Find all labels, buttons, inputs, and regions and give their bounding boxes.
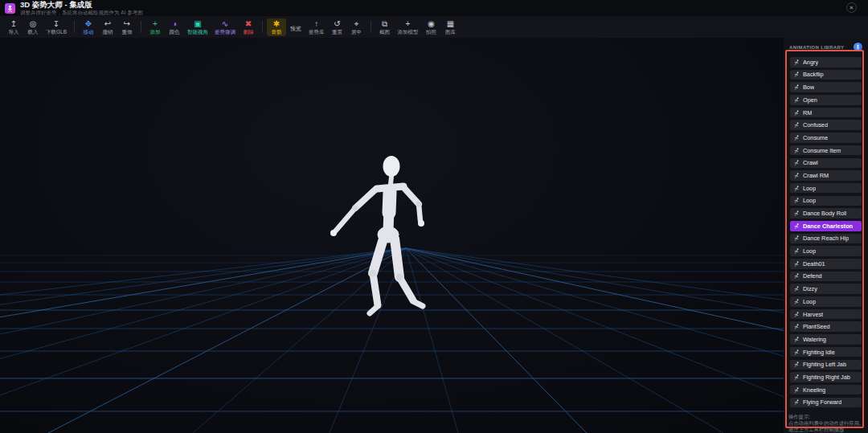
animation-item-label: Dizzy (803, 285, 817, 292)
screenshot-icon: ⧉ (382, 20, 387, 28)
animation-item[interactable]: Loop (790, 296, 862, 307)
animation-item[interactable]: PlantSeed (790, 321, 862, 332)
pose-tune-button[interactable]: ∿姿势微调 (211, 18, 239, 36)
animation-item[interactable]: Backflip (790, 70, 862, 80)
animation-item-label: Open (803, 96, 817, 104)
add-button[interactable]: +添加 (145, 18, 165, 36)
animation-item[interactable]: Loop (790, 246, 862, 256)
download-glb-icon: ↧ (53, 20, 59, 28)
pose-library-label: 姿势库 (309, 29, 325, 35)
animation-item-label: Fighting Idle (803, 349, 835, 356)
photo-button[interactable]: ◉拍照 (422, 18, 441, 36)
animation-item[interactable]: Loop (790, 183, 862, 194)
delete-label: 删除 (244, 29, 254, 35)
animation-item[interactable]: Dance Body Roll (790, 208, 862, 219)
pose-tune-icon: ∿ (222, 20, 228, 28)
animation-item[interactable]: Crawl RM (790, 170, 862, 181)
animation-item[interactable]: Death01 (790, 259, 862, 269)
animation-motion-icon (794, 286, 800, 292)
animation-motion-icon (794, 198, 800, 203)
reset-label: 重置 (332, 29, 342, 35)
download-glb-button[interactable]: ↧下载GLB (43, 18, 70, 36)
preview-button[interactable]: 预览 (286, 21, 305, 33)
animation-item[interactable]: Dance Reach Hip (790, 234, 862, 244)
toolbar-divider (74, 21, 75, 33)
animation-item[interactable]: Consume Item (790, 145, 862, 156)
screenshot-button[interactable]: ⧉截图 (375, 18, 395, 36)
animation-library-title: ANIMATION LIBRARY (789, 45, 844, 50)
redo-icon: ↪ (124, 20, 130, 28)
animation-item[interactable]: Fighting Left Jab (790, 360, 862, 370)
add-model-label: 添加模型 (398, 29, 419, 35)
animation-item[interactable]: Consume (790, 133, 862, 143)
delete-icon: ✖ (245, 20, 252, 28)
animation-item[interactable]: Crawl (790, 158, 862, 169)
animation-item-label: Loop (803, 197, 816, 204)
smart-view-label: 智能视角 (187, 29, 208, 35)
smart-view-button[interactable]: ▣智能视角 (184, 18, 211, 36)
animation-motion-icon (794, 261, 800, 267)
center-button[interactable]: ⌖居中 (347, 18, 366, 36)
redo-label: 重做 (122, 29, 133, 35)
animation-motion-icon (794, 110, 800, 116)
animation-item-label: Watering (803, 336, 826, 343)
animation-item[interactable]: Harvest (790, 309, 862, 320)
animation-item[interactable]: Kneeling (790, 385, 862, 395)
mannequin-figure[interactable] (0, 38, 784, 433)
gallery-button[interactable]: ▦图库 (441, 18, 461, 36)
animation-item[interactable]: RM (790, 108, 862, 118)
move-button[interactable]: ✥移动 (79, 18, 98, 36)
animation-item[interactable]: Watering (790, 334, 862, 345)
animation-motion-icon (794, 135, 800, 141)
skeleton-label: 骨骼 (272, 29, 282, 35)
animation-item-label: Loop (803, 185, 816, 192)
close-icon[interactable]: ✕ (846, 2, 857, 13)
app-window: 3D 姿势大师 - 集成版 调整并摆好姿势，系统将自动截取视图作为 AI 参考图… (0, 0, 868, 433)
animation-motion-icon (794, 374, 800, 380)
animation-motion-icon (794, 299, 800, 304)
animation-motion-icon (794, 223, 800, 229)
load-icon: ◎ (30, 20, 37, 28)
tip-line: 操作提示: (788, 414, 866, 420)
animation-item[interactable]: Dance Charleston (790, 221, 862, 231)
move-label: 移动 (84, 29, 94, 35)
animation-list: AngryBackflipBowOpenRMConfusedConsumeCon… (790, 57, 862, 410)
import-icon: ↥ (10, 20, 17, 28)
animation-item[interactable]: Fighting Idle (790, 347, 862, 357)
color-button[interactable]: ◑颜色 (165, 18, 184, 36)
import-button[interactable]: ↥导入 (4, 18, 23, 36)
redo-button[interactable]: ↪重做 (117, 18, 137, 36)
animation-item[interactable]: Angry (790, 57, 862, 67)
reset-button[interactable]: ↺重置 (328, 18, 347, 36)
animation-item[interactable]: Loop (790, 196, 862, 206)
viewport-3d[interactable] (0, 38, 784, 433)
animation-library-badge[interactable] (854, 43, 862, 51)
animation-item-label: Dance Charleston (803, 223, 853, 230)
animation-item[interactable]: Fighting Right Jab (790, 372, 862, 382)
animation-item[interactable]: Confused (790, 120, 862, 130)
animation-item[interactable]: Defend (790, 272, 862, 282)
photo-icon: ◉ (428, 20, 435, 28)
animation-motion-icon (794, 273, 800, 279)
import-label: 导入 (9, 29, 19, 35)
animation-item[interactable]: Flying Forward (790, 398, 862, 408)
animation-motion-icon (794, 186, 800, 191)
load-label: 载入 (28, 29, 39, 35)
add-model-icon: + (406, 20, 411, 28)
skeleton-button[interactable]: ✱骨骼 (267, 18, 286, 36)
pose-library-button[interactable]: ↑姿势库 (305, 18, 328, 36)
animation-item[interactable]: Open (790, 95, 862, 105)
screenshot-label: 截图 (379, 29, 390, 35)
animation-item-label: Flying Forward (803, 398, 841, 406)
animation-item-label: Death01 (803, 260, 825, 268)
add-model-button[interactable]: +添加模型 (395, 18, 422, 36)
delete-button[interactable]: ✖删除 (239, 18, 258, 36)
animation-item[interactable]: Bow (790, 82, 862, 92)
animation-motion-icon (794, 59, 800, 65)
load-button[interactable]: ◎载入 (23, 18, 43, 36)
animation-item-label: Loop (803, 247, 816, 255)
animation-item[interactable]: Dizzy (790, 284, 862, 294)
animation-item-label: RM (803, 109, 812, 116)
undo-button[interactable]: ↩撤销 (98, 18, 117, 36)
animation-motion-icon (794, 122, 800, 128)
